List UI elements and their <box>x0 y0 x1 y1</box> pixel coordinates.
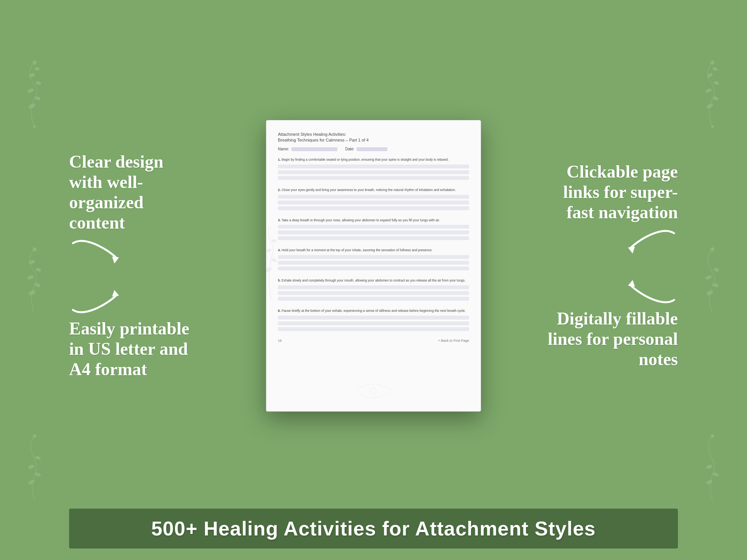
doc-header: Attachment Styles Healing Activities: Br… <box>278 132 469 142</box>
doc-step-3-text: 3. Take a deep breath in through your no… <box>278 218 469 223</box>
fill-line <box>278 170 469 174</box>
fill-line <box>278 267 469 270</box>
feature-navigation-text: Clickable page links for super-fast navi… <box>547 162 678 223</box>
doc-step-2: 2. Close your eyes gently and bring your… <box>278 188 469 210</box>
content-row: Clear design with well-organized content… <box>69 23 678 509</box>
fill-line <box>278 206 469 210</box>
doc-watermark-bottom-icon <box>354 384 393 400</box>
step-5-content: Exhale slowly and completely through you… <box>281 278 465 282</box>
doc-step-1-text: 1. Begin by finding a comfortable seated… <box>278 157 469 162</box>
fill-line <box>278 316 469 320</box>
doc-step-1: 1. Begin by finding a comfortable seated… <box>278 157 469 180</box>
doc-step-3: 3. Take a deep breath in through your no… <box>278 218 469 240</box>
arrow-left-1 <box>624 227 678 254</box>
fill-line <box>278 176 469 180</box>
step-5-fill-lines <box>278 285 469 301</box>
fill-line <box>278 291 469 295</box>
fill-line <box>278 321 469 325</box>
svg-point-40 <box>266 248 272 253</box>
date-input-line <box>357 147 387 151</box>
doc-watermark-left-icon <box>266 227 277 304</box>
step-5-number: 5. <box>278 278 281 282</box>
document-wrapper: Attachment Styles Healing Activities: Br… <box>215 120 532 412</box>
svg-point-39 <box>271 258 277 262</box>
doc-step-2-text: 2. Close your eyes gently and bring your… <box>278 188 469 193</box>
doc-step-6: 6. Pause briefly at the bottom of your e… <box>278 308 469 331</box>
step-2-number: 2. <box>278 188 281 192</box>
feature-printable-text: Easily printable in US letter and A4 for… <box>69 319 200 380</box>
back-to-first-link[interactable]: + Back to First Page <box>438 339 469 343</box>
step-3-fill-lines <box>278 225 469 240</box>
feature-fillable-text: Digitally fillable lines for personal no… <box>547 309 678 370</box>
doc-footer: 16 + Back to First Page <box>278 339 469 343</box>
doc-step-4-text: 4. Hold your breath for a moment at the … <box>278 248 469 253</box>
svg-point-42 <box>370 388 377 394</box>
doc-date-field: Date: <box>345 147 387 151</box>
doc-step-6-text: 6. Pause briefly at the bottom of your e… <box>278 308 469 313</box>
fill-line <box>278 165 469 168</box>
name-input-line <box>291 147 337 151</box>
step-1-content: Begin by finding a comfortable seated or… <box>281 158 448 161</box>
step-6-number: 6. <box>278 309 281 313</box>
feature-block-fillable: Digitally fillable lines for personal no… <box>547 277 678 370</box>
doc-name-field: Name: <box>278 147 337 151</box>
svg-marker-44 <box>628 280 635 287</box>
fill-line <box>278 327 469 331</box>
doc-step-4: 4. Hold your breath for a moment at the … <box>278 248 469 270</box>
step-3-content: Take a deep breath in through your nose,… <box>281 218 440 222</box>
page-number: 16 <box>278 339 282 343</box>
feature-block-navigation: Clickable page links for super-fast navi… <box>547 162 678 254</box>
fill-line <box>278 195 469 199</box>
fill-line <box>278 231 469 234</box>
step-1-number: 1. <box>278 158 281 161</box>
step-4-fill-lines <box>278 255 469 270</box>
date-label: Date: <box>345 147 354 151</box>
step-4-number: 4. <box>278 248 281 252</box>
svg-marker-37 <box>112 290 119 296</box>
step-4-content: Hold your breath for a moment at the top… <box>281 248 432 252</box>
svg-point-41 <box>271 239 277 243</box>
fill-line <box>278 225 469 229</box>
main-container: Clear design with well-organized content… <box>0 0 747 560</box>
step-2-content: Close your eyes gently and bring your aw… <box>281 188 456 192</box>
step-6-fill-lines <box>278 316 469 331</box>
bottom-banner-text: 500+ Healing Activities for Attachment S… <box>84 517 663 540</box>
step-1-fill-lines <box>278 165 469 180</box>
doc-fields-row: Name: Date: <box>278 147 469 151</box>
fill-line <box>278 285 469 289</box>
arrow-left-2 <box>624 279 678 306</box>
doc-title-line1: Attachment Styles Healing Activities: <box>278 132 469 137</box>
fill-line <box>278 261 469 265</box>
bottom-banner: 500+ Healing Activities for Attachment S… <box>69 509 678 548</box>
name-label: Name: <box>278 147 289 151</box>
left-panel: Clear design with well-organized content… <box>69 152 200 380</box>
fill-line <box>278 201 469 204</box>
document-preview: Attachment Styles Healing Activities: Br… <box>266 120 481 412</box>
svg-marker-36 <box>112 257 119 264</box>
feature-block-printable: Easily printable in US letter and A4 for… <box>69 287 200 380</box>
fill-line <box>278 255 469 259</box>
right-panel: Clickable page links for super-fast navi… <box>547 162 678 369</box>
doc-step-5-text: 5. Exhale slowly and completely through … <box>278 278 469 283</box>
svg-marker-43 <box>628 247 635 254</box>
step-2-fill-lines <box>278 195 469 210</box>
fill-line <box>278 297 469 301</box>
fill-line <box>278 236 469 240</box>
arrow-down-right-2 <box>69 289 123 316</box>
step-3-number: 3. <box>278 218 281 222</box>
feature-design-text: Clear design with well-organized content <box>69 152 200 233</box>
step-6-content: Pause briefly at the bottom of your exha… <box>281 309 466 313</box>
arrow-down-right-1 <box>69 237 123 264</box>
feature-block-design: Clear design with well-organized content <box>69 152 200 265</box>
doc-title-line2: Breathing Techniques for Calmness – Part… <box>278 138 469 142</box>
doc-step-5: 5. Exhale slowly and completely through … <box>278 278 469 301</box>
